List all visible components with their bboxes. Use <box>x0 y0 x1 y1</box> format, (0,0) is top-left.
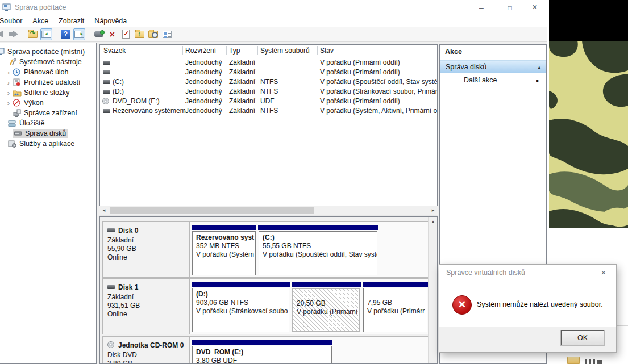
menu-help[interactable]: Nápověda <box>89 17 132 25</box>
disk-size: 931,51 GB <box>107 302 186 310</box>
tree-item-performance[interactable]: Výkon <box>0 98 96 108</box>
collapse-icon[interactable] <box>538 64 540 70</box>
scroll-up-icon[interactable] <box>429 217 438 226</box>
volume-icon <box>103 80 110 84</box>
disk-name: Disk 1 <box>118 283 138 291</box>
volume-row[interactable]: Jednoduchý Základní V pořádku (Primární … <box>100 68 437 77</box>
partition-title: (C:) <box>263 233 377 242</box>
clipped-label-fragment <box>597 360 602 364</box>
vertical-scrollbar[interactable] <box>428 217 437 363</box>
cell-svazek: (D:) <box>113 87 124 95</box>
disk-label[interactable]: Disk 0 Základní 55,90 GB Online <box>103 222 190 277</box>
volume-row[interactable]: Jednoduchý Základní V pořádku (Primární … <box>100 58 437 68</box>
disk-row-0: Disk 0 Základní 55,90 GB Online Rezervov… <box>102 221 429 278</box>
column-separator[interactable] <box>257 46 258 55</box>
partition-d[interactable]: (D:) 903,06 GB NTFS V pořádku (Stránkova… <box>192 282 290 332</box>
title-bar[interactable]: Správa počítače <box>0 0 547 15</box>
menu-action[interactable]: Akce <box>27 17 53 25</box>
partition-no-letter-8gb[interactable]: 7,95 GB V pořádku (Primárr <box>363 282 428 332</box>
tree-item-services-applications[interactable]: Služby a aplikace <box>0 139 96 149</box>
tree-item-label: Správa počítače (místní) <box>7 48 85 56</box>
clipped-label-fragment <box>593 359 595 364</box>
disk-row-1: Disk 1 Základní 931,51 GB Online (D:) 90… <box>102 278 429 334</box>
up-folder-icon[interactable] <box>134 28 145 40</box>
properties-icon[interactable] <box>120 28 132 40</box>
volume-row[interactable]: (C:) Jednoduchý Základní NTFS V pořádku … <box>100 77 437 87</box>
export-list-icon[interactable] <box>27 28 39 40</box>
find-icon[interactable] <box>147 28 159 40</box>
partition-status: V pořádku (Primární <box>297 308 359 316</box>
cell-rozvrzeni: Jednoduchý <box>185 107 222 115</box>
tree-item-storage[interactable]: Úložiště <box>0 118 96 128</box>
services-icon <box>8 140 17 148</box>
cell-fs: NTFS <box>260 107 278 115</box>
folder-icon <box>567 357 580 364</box>
expander-icon[interactable] <box>5 68 13 77</box>
menu-view[interactable]: Zobrazit <box>53 17 89 25</box>
dialog-title-bar[interactable]: Správce virtuálních disků <box>439 265 616 281</box>
partition-system-reserved[interactable]: Rezervováno syst 352 MB NTFS V pořádku (… <box>192 225 256 275</box>
console-tree: Správa počítače (místní) Systémové nástr… <box>0 43 97 364</box>
disk-label[interactable]: Disk 1 Základní 931,51 GB Online <box>103 279 190 334</box>
scroll-right-icon[interactable] <box>429 206 438 215</box>
expander-icon[interactable] <box>5 99 13 107</box>
forward-icon[interactable] <box>7 28 19 40</box>
close-button[interactable] <box>522 0 547 15</box>
submenu-arrow-icon <box>536 77 539 83</box>
partition-dvd-rom[interactable]: DVD_ROM (E:) 3.80 GB UDF <box>192 340 332 364</box>
dialog-message: Systém nemůže nalézt uvedený soubor. <box>477 300 603 308</box>
ok-button[interactable]: OK <box>561 330 604 345</box>
help-icon[interactable]: ? <box>60 28 72 40</box>
partition-c[interactable]: (C:) 55,55 GB NTFS V pořádku (Spouštěcí … <box>258 225 378 275</box>
scroll-left-icon[interactable] <box>99 206 109 215</box>
expander-icon[interactable] <box>5 78 13 87</box>
minimize-button[interactable] <box>468 0 494 15</box>
volume-row[interactable]: Rezervováno systémem Jednoduchý Základní… <box>100 106 437 116</box>
scrollbar-thumb[interactable] <box>110 207 314 214</box>
column-header-stav[interactable]: Stav <box>320 47 334 55</box>
dialog-footer: OK <box>439 327 616 352</box>
column-separator[interactable] <box>226 46 227 55</box>
tree-item-device-manager[interactable]: Správce zařízení <box>0 108 96 118</box>
cd-icon <box>102 98 109 104</box>
checklist-icon[interactable] <box>161 28 173 40</box>
partition-no-letter-20gb[interactable]: 20,50 GB V pořádku (Primární <box>292 282 361 332</box>
column-header-system-souboru[interactable]: Systém souborů <box>260 47 310 55</box>
partition-body: (C:) 55,55 GB NTFS V pořádku (Spouštěcí … <box>259 231 377 275</box>
action-group-disk-management[interactable]: Správa disků <box>440 60 546 73</box>
cell-svazek: Rezervováno systémem <box>113 107 186 115</box>
action-pane-title: Akce <box>440 45 546 58</box>
toolbar: ? × <box>0 27 547 42</box>
tree-item-computer-management[interactable]: Správa počítače (místní) <box>0 47 96 57</box>
action-more-actions[interactable]: Další akce <box>440 73 546 87</box>
rescan-disks-icon[interactable] <box>93 28 105 40</box>
disk-label[interactable]: Jednotka CD-ROM 0 Disk DVD 3,80 GB <box>103 337 190 364</box>
horizontal-scrollbar[interactable] <box>99 206 438 215</box>
column-header-typ[interactable]: Typ <box>229 47 240 55</box>
column-separator[interactable] <box>317 46 318 55</box>
tree-item-system-tools[interactable]: Systémové nástroje <box>0 57 96 67</box>
show-action-pane-icon[interactable] <box>73 28 85 40</box>
expander-icon[interactable] <box>5 89 13 97</box>
tree-item-disk-management[interactable]: Správa disků <box>0 128 96 139</box>
column-header-rozvrzeni[interactable]: Rozvržení <box>185 47 216 55</box>
back-icon[interactable] <box>0 28 6 40</box>
column-separator[interactable] <box>182 46 183 55</box>
cell-stav: V pořádku (Primární oddíl) <box>320 97 400 105</box>
dialog-close-icon[interactable] <box>593 265 614 281</box>
tree-item-shared-folders[interactable]: Sdílené složky <box>0 87 96 98</box>
disk-icon <box>107 285 115 289</box>
show-console-tree-icon[interactable] <box>40 28 52 40</box>
volume-row[interactable]: DVD_ROM (E:) Jednoduchý Základní UDF V p… <box>100 97 437 106</box>
column-header-svazek[interactable]: Svazek <box>103 47 126 55</box>
tree-item-task-scheduler[interactable]: Plánovač úloh <box>0 67 96 77</box>
toolbar-separator <box>89 30 89 39</box>
cell-svazek: (C:) <box>113 78 124 86</box>
volume-row[interactable]: (D:) Jednoduchý Základní NTFS V pořádku … <box>100 87 437 97</box>
disk-status: Online <box>107 253 186 262</box>
delete-icon[interactable]: × <box>106 28 118 40</box>
cell-typ: Základní <box>229 68 255 76</box>
maximize-button[interactable] <box>497 0 523 15</box>
menu-file[interactable]: Soubor <box>0 17 27 25</box>
tree-item-event-viewer[interactable]: Prohlížeč událostí <box>0 77 96 87</box>
